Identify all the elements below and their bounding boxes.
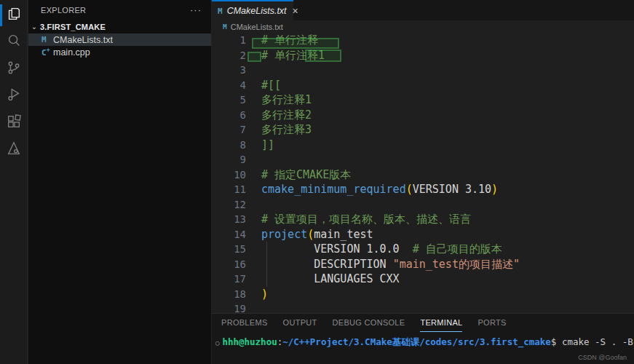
tab-problems[interactable]: PROBLEMS xyxy=(221,314,268,332)
line-number: 19 xyxy=(212,301,246,313)
file-name: CMakeLists.txt xyxy=(53,35,113,45)
indent-guide xyxy=(266,242,267,287)
terminal-bullet-icon: ○ xyxy=(215,339,219,347)
file-name: main.cpp xyxy=(53,47,90,58)
code-line[interactable]: 12 xyxy=(212,197,634,213)
tab-bar: M CMakeLists.txt × xyxy=(212,0,634,20)
code-line[interactable]: 7多行注释3 xyxy=(212,122,634,138)
activity-explorer[interactable] xyxy=(0,1,28,28)
terminal-command: cmake -S . -B build xyxy=(556,336,634,347)
cmake-icon xyxy=(6,141,22,159)
line-number: 8 xyxy=(212,138,246,153)
line-number: 15 xyxy=(212,242,246,257)
tab-debug-console[interactable]: DEBUG CONSOLE xyxy=(333,314,405,332)
more-actions-icon[interactable]: ··· xyxy=(190,8,202,12)
terminal[interactable]: ○hhh@huzhou:~/C++Project/3.CMake基础课/code… xyxy=(212,336,634,349)
file-row-maincpp[interactable]: C+ main.cpp xyxy=(28,46,211,58)
close-icon[interactable]: × xyxy=(293,5,298,17)
line-number: 5 xyxy=(212,92,246,108)
breadcrumb[interactable]: M CMakeLists.txt xyxy=(212,20,634,33)
line-number: 10 xyxy=(212,167,246,183)
extensions-icon xyxy=(6,114,22,132)
code-line[interactable]: 5多行注释1 xyxy=(212,92,634,108)
line-number: 13 xyxy=(212,212,246,227)
activity-extensions[interactable] xyxy=(0,109,28,136)
folder-row-first-cmake[interactable]: ⌄ 3.FIRST_CMAKE xyxy=(28,20,211,33)
editor-group: M CMakeLists.txt × M CMakeLists.txt 1# 单… xyxy=(211,0,634,364)
search-icon xyxy=(6,33,22,52)
code-line[interactable]: 18) xyxy=(212,287,634,302)
code-line[interactable]: 3 xyxy=(212,63,634,78)
cmake-file-icon: M xyxy=(223,23,227,31)
activity-bar xyxy=(0,0,28,364)
line-number: 7 xyxy=(212,122,246,138)
breadcrumb-file: CMakeLists.txt xyxy=(231,23,283,31)
folder-name: 3.FIRST_CMAKE xyxy=(40,23,106,31)
line-number: 14 xyxy=(212,227,246,242)
activity-search[interactable] xyxy=(0,28,28,55)
explorer-title: EXPLORER xyxy=(41,6,86,15)
code-line[interactable]: 8]] xyxy=(212,138,634,153)
line-number: 17 xyxy=(212,272,246,287)
chevron-down-icon: ⌄ xyxy=(28,23,40,31)
code-line[interactable]: 4#[[ xyxy=(212,78,634,93)
code-line[interactable]: 16 DESCRIPTION "main_test的项目描述" xyxy=(212,257,634,272)
cpp-file-icon: C+ xyxy=(41,47,53,58)
csdn-watermark: CSDN @Goofan xyxy=(578,354,627,361)
code-lines: 1# 单行注释2# 单行注释134#[[5多行注释16多行注释27多行注释38]… xyxy=(212,33,634,313)
line-number: 6 xyxy=(212,108,246,123)
code-line[interactable]: 17 LANGUAGES CXX xyxy=(212,272,634,287)
tab-output[interactable]: OUTPUT xyxy=(283,314,317,332)
tab-label: CMakeLists.txt xyxy=(227,6,287,16)
panel-tab-bar: PROBLEMS OUTPUT DEBUG CONSOLE TERMINAL P… xyxy=(212,314,634,332)
code-line[interactable]: 2# 单行注释1 xyxy=(212,48,634,63)
terminal-path: ~/C++Project/3.CMake基础课/codes/src/3.firs… xyxy=(282,336,551,347)
tab-cmakelists[interactable]: M CMakeLists.txt × xyxy=(212,0,293,20)
code-editor[interactable]: 1# 单行注释2# 单行注释134#[[5多行注释16多行注释27多行注释38]… xyxy=(212,33,634,313)
line-number: 12 xyxy=(212,197,246,213)
terminal-user: hhh@huzhou xyxy=(222,336,277,347)
run-debug-icon xyxy=(6,87,22,106)
code-line[interactable]: 10# 指定CMAKE版本 xyxy=(212,167,634,183)
file-row-cmakelists[interactable]: M CMakeLists.txt xyxy=(28,33,211,46)
watermark-overlay xyxy=(305,50,341,62)
watermark-overlay xyxy=(252,38,339,49)
code-line[interactable]: 15 VERSION 1.0.0 # 自己项目的版本 xyxy=(212,242,634,257)
code-line[interactable]: 19 xyxy=(212,301,634,313)
code-line[interactable]: 9 xyxy=(212,152,634,167)
line-number: 3 xyxy=(212,63,246,78)
code-line[interactable]: 6多行注释2 xyxy=(212,108,634,123)
explorer-header: EXPLORER ··· xyxy=(28,0,211,20)
cmake-file-icon: M xyxy=(218,7,223,16)
activity-run-debug[interactable] xyxy=(0,82,28,109)
line-number: 11 xyxy=(212,182,246,197)
line-number: 16 xyxy=(212,257,246,272)
source-control-icon xyxy=(6,60,22,79)
tab-terminal[interactable]: TERMINAL xyxy=(420,314,462,332)
vscode-window: EXPLORER ··· ⌄ 3.FIRST_CMAKE M CMakeList… xyxy=(0,0,634,364)
activity-source-control[interactable] xyxy=(0,55,28,82)
line-number: 18 xyxy=(212,287,246,302)
code-line[interactable]: 13# 设置项目，项目名称、版本、描述、语言 xyxy=(212,212,634,227)
line-number: 4 xyxy=(212,78,246,93)
line-number: 9 xyxy=(212,152,246,167)
line-number: 1 xyxy=(212,33,246,48)
bottom-panel: PROBLEMS OUTPUT DEBUG CONSOLE TERMINAL P… xyxy=(212,313,634,364)
code-line[interactable]: 11cmake_minimum_required(VERSION 3.10) xyxy=(212,182,634,197)
explorer-sidebar: EXPLORER ··· ⌄ 3.FIRST_CMAKE M CMakeList… xyxy=(28,0,211,364)
activity-cmake-tools[interactable] xyxy=(0,136,28,163)
cmake-file-icon: M xyxy=(41,35,53,44)
tab-ports[interactable]: PORTS xyxy=(478,314,506,332)
files-icon xyxy=(6,6,22,25)
line-number: 2 xyxy=(212,48,246,63)
watermark-overlay xyxy=(247,52,261,62)
code-line[interactable]: 14project(main_test xyxy=(212,227,634,242)
